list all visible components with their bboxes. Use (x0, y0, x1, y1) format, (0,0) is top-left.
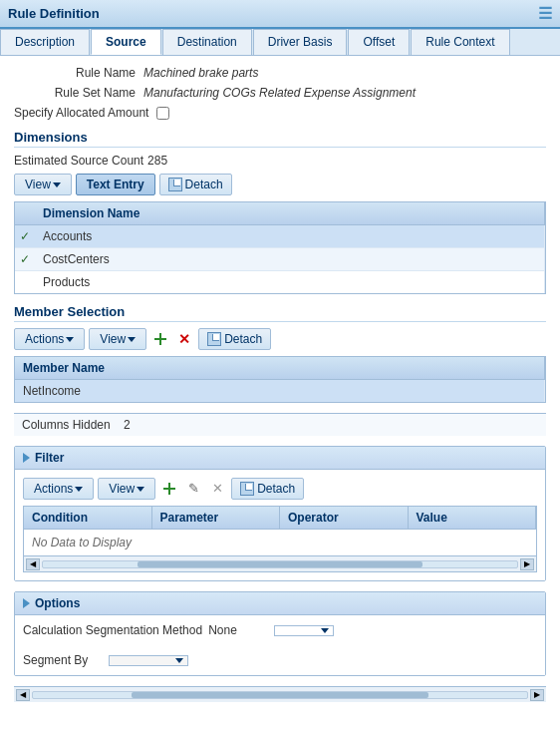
actions-dropdown-arrow (75, 487, 83, 492)
pencil-icon: ✎ (185, 481, 201, 497)
table-row[interactable]: ✓ CostCenters (15, 248, 545, 271)
rule-name-value: Machined brake parts (143, 66, 258, 80)
bottom-scroll-left[interactable]: ◀ (16, 689, 30, 701)
member-actions-button[interactable]: Actions (14, 328, 85, 350)
calc-seg-label: Calculation Segmentation Method (23, 623, 202, 637)
options-section-header: Options (15, 592, 545, 615)
text-entry-button[interactable]: Text Entry (76, 174, 155, 195)
scroll-track[interactable] (42, 560, 518, 568)
filter-actions-button[interactable]: Actions (23, 478, 94, 500)
view-dropdown-arrow (53, 182, 61, 187)
filter-title: Filter (35, 451, 64, 465)
estimated-label: Estimated Source Count (14, 154, 143, 168)
view-dropdown-arrow (128, 337, 136, 342)
calc-seg-select[interactable] (274, 625, 334, 636)
specify-allocated-label: Specify Allocated Amount (14, 106, 156, 120)
dimension-name-header: Dimension Name (35, 202, 545, 224)
gray-x-icon: ✕ (209, 481, 225, 497)
tab-bar: Description Source Destination Driver Ba… (0, 29, 560, 56)
filter-edit-button[interactable]: ✎ (183, 479, 203, 499)
window-title: Rule Definition (8, 6, 100, 21)
member-grid-header: Member Name (15, 357, 545, 380)
dimension-name-cell: Accounts (35, 225, 545, 247)
rule-name-row: Rule Name Machined brake parts (14, 66, 546, 80)
dimensions-grid-header: Dimension Name (15, 202, 545, 225)
row-check (15, 278, 35, 286)
filter-scrollbar[interactable]: ◀ ▶ (24, 555, 536, 571)
filter-section-body: Actions View ✎ ✕ (15, 470, 545, 580)
tab-destination[interactable]: Destination (162, 29, 252, 55)
member-view-button[interactable]: View (89, 328, 146, 350)
detach-icon (240, 482, 254, 496)
table-row[interactable]: ✓ Accounts (15, 225, 545, 248)
member-grid: Member Name NetIncome (14, 356, 546, 403)
dimension-name-cell: Products (35, 271, 545, 293)
options-section-body: Calculation Segmentation Method None Seg… (15, 615, 545, 675)
rule-set-name-label: Rule Set Name (14, 86, 143, 100)
member-selection-title: Member Selection (14, 304, 546, 322)
window: Rule Definition ☰ Description Source Des… (0, 0, 560, 729)
filter-collapse-icon[interactable] (23, 453, 30, 463)
dimensions-section: Dimensions Estimated Source Count 285 Vi… (14, 130, 546, 294)
tab-driver-basis[interactable]: Driver Basis (253, 29, 348, 55)
view-dropdown-arrow (137, 487, 144, 492)
scroll-left-button[interactable]: ◀ (26, 558, 40, 570)
condition-header: Condition (24, 507, 152, 529)
filter-grid-header: Condition Parameter Operator Value (24, 507, 536, 530)
calc-seg-row: Calculation Segmentation Method None (23, 623, 537, 637)
table-row[interactable]: NetIncome (15, 380, 545, 402)
specify-allocated-checkbox[interactable] (156, 107, 169, 120)
segment-by-dropdown-arrow (175, 658, 183, 663)
value-header: Value (409, 507, 537, 529)
segment-by-select[interactable] (109, 655, 188, 666)
window-header: Rule Definition ☰ (0, 0, 560, 29)
tab-rule-context[interactable]: Rule Context (411, 29, 509, 55)
filter-grid: Condition Parameter Operator Value (23, 506, 537, 572)
window-controls[interactable]: ☰ (538, 4, 552, 23)
calc-seg-dropdown-arrow (321, 628, 329, 633)
options-section: Options Calculation Segmentation Method … (14, 591, 546, 676)
table-row[interactable]: Products (15, 271, 545, 293)
member-selection-section: Member Selection Actions View ✕ (14, 304, 546, 436)
operator-header: Operator (280, 507, 409, 529)
plus-icon (161, 481, 177, 497)
filter-view-button[interactable]: View (98, 478, 155, 500)
scroll-thumb (138, 561, 422, 567)
detach-icon (168, 178, 182, 191)
main-content: Rule Name Machined brake parts Rule Set … (0, 56, 560, 729)
scroll-right-button[interactable]: ▶ (520, 558, 534, 570)
filter-section: Filter Actions View ✎ (14, 446, 546, 581)
columns-hidden-row: Columns Hidden 2 (14, 413, 546, 436)
filter-add-button[interactable] (159, 479, 179, 499)
specify-allocated-row: Specify Allocated Amount (14, 106, 546, 120)
member-remove-button[interactable]: ✕ (174, 329, 194, 349)
dimensions-detach-button[interactable]: Detach (159, 174, 232, 195)
dimensions-title: Dimensions (14, 130, 546, 148)
tab-source[interactable]: Source (91, 29, 161, 55)
calc-seg-value: None (208, 623, 268, 637)
filter-delete-button[interactable]: ✕ (207, 479, 227, 499)
estimated-count-row: Estimated Source Count 285 (14, 154, 546, 168)
dimensions-toolbar: View Text Entry Detach (14, 174, 546, 195)
check-header (15, 209, 35, 217)
actions-dropdown-arrow (66, 337, 74, 342)
member-detach-button[interactable]: Detach (198, 328, 271, 350)
member-name-header: Member Name (15, 357, 545, 379)
dimensions-view-button[interactable]: View (14, 174, 72, 195)
bottom-scroll-right[interactable]: ▶ (530, 689, 544, 701)
plus-icon (152, 331, 168, 347)
filter-toolbar: Actions View ✎ ✕ (23, 478, 537, 500)
tab-offset[interactable]: Offset (348, 29, 410, 55)
row-check: ✓ (15, 225, 35, 247)
detach-icon (207, 332, 221, 346)
bottom-scrollbar[interactable]: ◀ ▶ (14, 686, 546, 702)
options-collapse-icon[interactable] (23, 598, 30, 608)
bottom-scroll-thumb (132, 692, 428, 698)
member-selection-toolbar: Actions View ✕ Detach (14, 328, 546, 350)
tab-description[interactable]: Description (0, 29, 90, 55)
bottom-scroll-track[interactable] (32, 691, 528, 699)
member-add-button[interactable] (150, 329, 170, 349)
no-data-label: No Data to Display (24, 530, 536, 555)
filter-detach-button[interactable]: Detach (231, 478, 304, 500)
segment-by-label: Segment By (23, 653, 103, 667)
